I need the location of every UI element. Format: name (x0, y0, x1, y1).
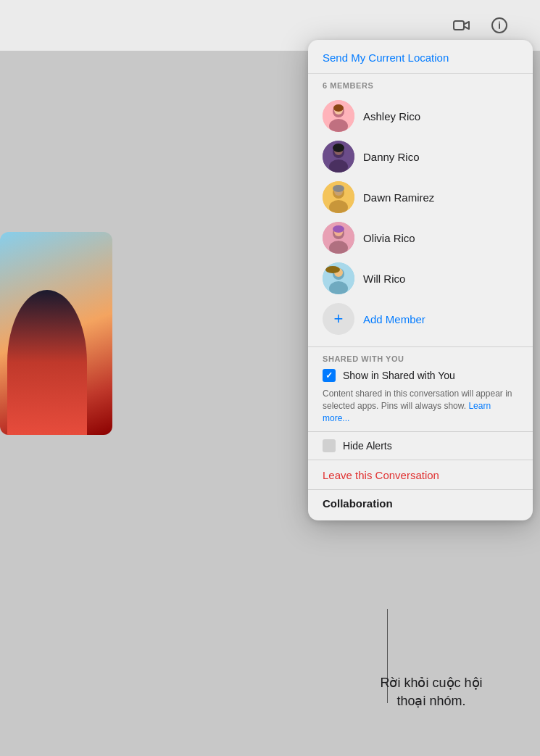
svg-point-12 (333, 144, 344, 152)
member-name: Dawn Ramirez (363, 191, 434, 204)
hide-alerts-section: Hide Alerts (308, 431, 533, 460)
svg-rect-0 (454, 21, 464, 30)
svg-point-22 (333, 225, 344, 233)
collaboration-section: Collaboration (308, 489, 533, 520)
svg-point-17 (333, 185, 344, 192)
avatar (323, 141, 354, 173)
member-list: Ashley Rico Danny Rico (323, 96, 518, 299)
avatar (323, 100, 354, 132)
hide-alerts-row[interactable]: Hide Alerts (323, 439, 518, 452)
svg-point-27 (325, 266, 340, 273)
avatar (323, 222, 354, 254)
svg-point-2 (499, 22, 500, 23)
avatar (323, 181, 354, 213)
video-camera-icon[interactable] (450, 14, 473, 37)
member-name: Danny Rico (363, 151, 420, 163)
hide-alerts-label: Hide Alerts (343, 440, 392, 452)
add-member-label: Add Member (363, 313, 425, 325)
shared-description: Content shared in this conversation will… (323, 388, 518, 424)
leave-conversation-link[interactable]: Leave this Conversation (323, 469, 439, 481)
annotation-text: Rời khỏi cuộc hội thoại nhóm. (366, 674, 497, 710)
hide-alerts-checkbox[interactable] (323, 439, 336, 452)
add-member-row[interactable]: + Add Member (323, 299, 518, 342)
collaboration-label: Collaboration (323, 497, 393, 510)
show-in-shared-label: Show in Shared with You (343, 370, 455, 381)
leave-conversation-section: Leave this Conversation (308, 460, 533, 489)
list-item[interactable]: Dawn Ramirez (323, 177, 518, 217)
background-photo (0, 232, 112, 435)
avatar (323, 262, 354, 294)
add-member-button[interactable]: + (323, 303, 354, 335)
list-item[interactable]: Will Rico (323, 258, 518, 299)
info-icon[interactable] (488, 14, 511, 37)
svg-point-7 (333, 104, 344, 112)
popup-arrow (481, 40, 495, 41)
info-popup-panel: Send My Current Location 6 MEMBERS (308, 40, 533, 520)
show-in-shared-checkbox[interactable] (323, 369, 336, 382)
members-label: 6 MEMBERS (323, 81, 518, 90)
list-item[interactable]: Olivia Rico (323, 217, 518, 258)
list-item[interactable]: Ashley Rico (323, 96, 518, 136)
show-in-shared-row[interactable]: Show in Shared with You (323, 369, 518, 382)
list-item[interactable]: Danny Rico (323, 136, 518, 177)
send-location-link[interactable]: Send My Current Location (323, 51, 449, 64)
member-name: Ashley Rico (363, 110, 420, 122)
shared-with-you-label: SHARED WITH YOU (323, 354, 518, 363)
members-section: 6 MEMBERS Ashley Rico (308, 74, 533, 346)
member-name: Olivia Rico (363, 232, 415, 244)
send-location-section: Send My Current Location (308, 40, 533, 74)
member-name: Will Rico (363, 273, 405, 285)
shared-with-you-section: SHARED WITH YOU Show in Shared with You … (308, 347, 533, 431)
